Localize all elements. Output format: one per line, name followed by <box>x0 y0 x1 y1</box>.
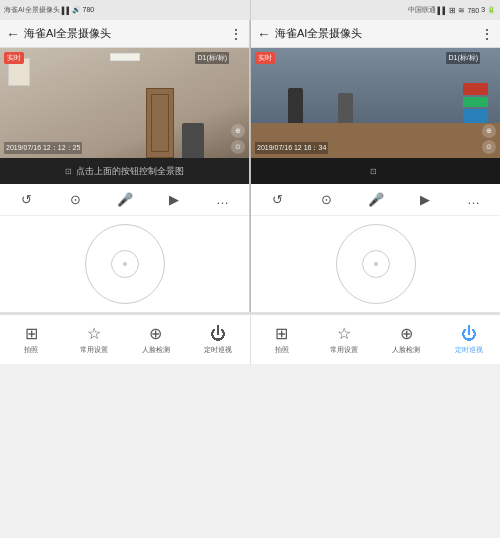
battery-right: 780 <box>467 7 479 14</box>
cam-ctrl-settings-left[interactable]: ⊙ <box>231 140 245 154</box>
panels-row-top: ← 海雀AI全景摄像头 ⋮ 实时 D1(标/标) 2019/07/16 12：1… <box>0 20 500 312</box>
action-more-right[interactable]: … <box>461 189 487 211</box>
panel-right-title: 海雀AI全景摄像头 <box>275 26 480 41</box>
nav-item-photo-right[interactable]: ⊞ 拍照 <box>251 315 313 364</box>
joystick-dot-right <box>374 262 378 266</box>
cam-ctrl-zoom-left[interactable]: ⊕ <box>231 124 245 138</box>
joystick-area-right <box>251 216 500 312</box>
left-carrier: 海雀AI全景摄像头 <box>4 5 60 15</box>
live-badge-left: 实时 <box>4 52 24 64</box>
action-row-right: ↺ ⊙ 🎤 ▶ … <box>251 184 500 216</box>
schedule-icon-left: ⏻ <box>210 325 226 343</box>
action-mic-right[interactable]: 🎤 <box>363 189 389 211</box>
settings-icon-left: ☆ <box>87 324 101 343</box>
back-button-right[interactable]: ← <box>257 26 271 42</box>
action-video-right[interactable]: ▶ <box>412 189 438 211</box>
bottom-nav-left: ⊞ 拍照 ☆ 常用设置 ⊕ 人脸检测 ⏻ 定时巡视 <box>0 315 251 364</box>
nav-item-settings-right[interactable]: ☆ 常用设置 <box>313 315 375 364</box>
action-replay-right[interactable]: ↺ <box>265 189 291 211</box>
nav-item-schedule-right[interactable]: ⏻ 定时巡视 <box>438 315 500 364</box>
camera-overlay-controls-left: ⊕ ⊙ <box>231 124 245 154</box>
action-replay-left[interactable]: ↺ <box>14 189 40 211</box>
face-label-right: 人脸检测 <box>392 345 420 355</box>
scene2-item-1 <box>463 83 488 95</box>
nav-item-photo-left[interactable]: ⊞ 拍照 <box>0 315 62 364</box>
panorama-icon-right: ⊡ <box>370 167 377 176</box>
photo-label-right: 拍照 <box>275 345 289 355</box>
room-door-inner <box>151 94 169 152</box>
bottom-nav-right: ⊞ 拍照 ☆ 常用设置 ⊕ 人脸检测 ⏻ 定时巡视 <box>251 315 501 364</box>
nav-item-schedule-left[interactable]: ⏻ 定时巡视 <box>187 315 249 364</box>
nav-item-settings-left[interactable]: ☆ 常用设置 <box>62 315 124 364</box>
status-bar-left: 海雀AI全景摄像头 ▌▌ 🔊 780 <box>0 0 250 20</box>
panorama-bar-right[interactable]: ⊡ <box>251 158 500 184</box>
quality-badge-right: D1(标/标) <box>446 52 480 64</box>
panorama-bar-left[interactable]: ⊡ 点击上面的按钮控制全景图 <box>0 158 249 184</box>
timestamp-left: 2019/07/16 12：12：25 <box>4 142 82 154</box>
room-door <box>146 88 174 158</box>
status-bar-right: 中国联通 ▌▌ ⊞ ≋ 780 3 🔋 <box>251 0 501 20</box>
joystick-outer-left[interactable] <box>85 224 165 304</box>
scene2-person2 <box>338 93 353 123</box>
room-chair <box>182 123 204 158</box>
bluetooth-icon: ⊞ <box>449 6 456 15</box>
quality-badge-left: D1(标/标) <box>195 52 229 64</box>
live-badge-right: 实时 <box>255 52 275 64</box>
scene2-items <box>463 83 488 123</box>
camera-feed-left: 实时 D1(标/标) 2019/07/16 12：12：25 ⊕ ⊙ <box>0 48 249 158</box>
panel-right: ← 海雀AI全景摄像头 ⋮ 实时 D1(标/标) 2019/07/16 12 1… <box>251 20 500 312</box>
menu-button-right[interactable]: ⋮ <box>480 26 494 42</box>
scene2-item-3 <box>463 109 488 123</box>
face-label-left: 人脸检测 <box>142 345 170 355</box>
photo-label-left: 拍照 <box>24 345 38 355</box>
action-more-left[interactable]: … <box>210 189 236 211</box>
bottom-nav: ⊞ 拍照 ☆ 常用设置 ⊕ 人脸检测 ⏻ 定时巡视 ⊞ 拍照 ☆ 常用设置 ⊕ … <box>0 314 500 364</box>
schedule-icon-right: ⏻ <box>461 325 477 343</box>
scene2-item-2 <box>463 97 488 107</box>
scene2-person1 <box>288 88 303 123</box>
joystick-inner-right[interactable] <box>362 250 390 278</box>
face-icon-left: ⊕ <box>149 324 162 343</box>
ceiling-light <box>110 53 140 61</box>
face-icon-right: ⊕ <box>400 324 413 343</box>
schedule-label-left: 定时巡视 <box>204 345 232 355</box>
nav-item-face-right[interactable]: ⊕ 人脸检测 <box>375 315 437 364</box>
action-photo-right[interactable]: ⊙ <box>314 189 340 211</box>
action-video-left[interactable]: ▶ <box>161 189 187 211</box>
settings-icon-right: ☆ <box>337 324 351 343</box>
joystick-dot-left <box>123 262 127 266</box>
joystick-inner-left[interactable] <box>111 250 139 278</box>
right-carrier: 中国联通 <box>408 5 436 15</box>
status-bar: 海雀AI全景摄像头 ▌▌ 🔊 780 中国联通 ▌▌ ⊞ ≋ 780 3 🔋 <box>0 0 500 20</box>
back-button-left[interactable]: ← <box>6 26 20 42</box>
settings-label-right: 常用设置 <box>330 345 358 355</box>
settings-label-left: 常用设置 <box>80 345 108 355</box>
joystick-outer-right[interactable] <box>336 224 416 304</box>
menu-button-left[interactable]: ⋮ <box>229 26 243 42</box>
panorama-icon-left: ⊡ <box>65 167 72 176</box>
clock-right: 3 🔋 <box>481 6 496 14</box>
panorama-bar-text-left: 点击上面的按钮控制全景图 <box>76 165 184 178</box>
panel-left-title: 海雀AI全景摄像头 <box>24 26 229 41</box>
panel-left-header: ← 海雀AI全景摄像头 ⋮ <box>0 20 249 48</box>
nav-item-face-left[interactable]: ⊕ 人脸检测 <box>125 315 187 364</box>
panel-left: ← 海雀AI全景摄像头 ⋮ 实时 D1(标/标) 2019/07/16 12：1… <box>0 20 250 312</box>
cam-ctrl-zoom-right[interactable]: ⊕ <box>482 124 496 138</box>
action-row-left: ↺ ⊙ 🎤 ▶ … <box>0 184 249 216</box>
photo-icon-right: ⊞ <box>275 324 288 343</box>
cam-ctrl-settings-right[interactable]: ⊙ <box>482 140 496 154</box>
wifi-icon: ≋ <box>458 6 465 15</box>
joystick-area-left <box>0 216 249 312</box>
photo-icon-left: ⊞ <box>25 324 38 343</box>
camera-overlay-controls-right: ⊕ ⊙ <box>482 124 496 154</box>
action-mic-left[interactable]: 🎤 <box>112 189 138 211</box>
panel-right-header: ← 海雀AI全景摄像头 ⋮ <box>251 20 500 48</box>
action-photo-left[interactable]: ⊙ <box>63 189 89 211</box>
camera-feed-right: 实时 D1(标/标) 2019/07/16 12 16：34 ⊕ ⊙ <box>251 48 500 158</box>
schedule-label-right: 定时巡视 <box>455 345 483 355</box>
timestamp-right: 2019/07/16 12 16：34 <box>255 142 328 154</box>
